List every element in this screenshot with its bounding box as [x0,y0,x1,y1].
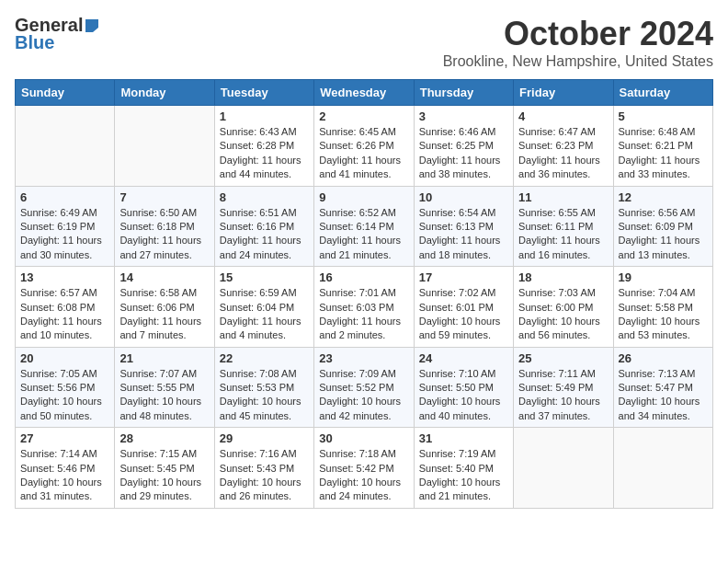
calendar-cell: 25Sunrise: 7:11 AMSunset: 5:49 PMDayligh… [514,347,613,428]
day-info: Sunrise: 6:52 AMSunset: 6:14 PMDaylight:… [319,206,408,263]
location-title: Brookline, New Hampshire, United States [443,53,713,70]
day-info: Sunrise: 7:15 AMSunset: 5:45 PMDaylight:… [119,447,209,504]
day-number: 16 [319,270,408,284]
day-info: Sunrise: 6:58 AMSunset: 6:06 PMDaylight:… [119,286,209,343]
calendar-cell: 4Sunrise: 6:47 AMSunset: 6:23 PMDaylight… [514,106,613,187]
day-number: 11 [518,190,608,204]
calendar-cell: 8Sunrise: 6:51 AMSunset: 6:16 PMDaylight… [214,186,313,267]
day-number: 7 [119,190,209,204]
logo-icon [84,17,100,34]
calendar-week-row: 13Sunrise: 6:57 AMSunset: 6:08 PMDayligh… [16,267,713,348]
calendar-week-row: 6Sunrise: 6:49 AMSunset: 6:19 PMDaylight… [16,186,713,267]
calendar-header-row: SundayMondayTuesdayWednesdayThursdayFrid… [16,80,713,106]
day-info: Sunrise: 7:04 AMSunset: 5:58 PMDaylight:… [619,286,708,343]
calendar-cell [514,428,613,509]
day-number: 31 [419,431,508,445]
page-header: General Blue October 2024 Brookline, New… [15,15,713,70]
calendar-cell: 15Sunrise: 6:59 AMSunset: 6:04 PMDayligh… [214,267,313,348]
calendar-cell: 12Sunrise: 6:56 AMSunset: 6:09 PMDayligh… [613,186,712,267]
calendar-cell: 24Sunrise: 7:10 AMSunset: 5:50 PMDayligh… [414,347,513,428]
day-number: 23 [319,351,408,365]
calendar-cell: 21Sunrise: 7:07 AMSunset: 5:55 PMDayligh… [115,347,214,428]
day-number: 9 [319,190,408,204]
calendar-week-row: 1Sunrise: 6:43 AMSunset: 6:28 PMDaylight… [16,106,713,187]
calendar-cell: 19Sunrise: 7:04 AMSunset: 5:58 PMDayligh… [613,267,712,348]
day-info: Sunrise: 7:16 AMSunset: 5:43 PMDaylight:… [220,447,309,504]
calendar-cell: 29Sunrise: 7:16 AMSunset: 5:43 PMDayligh… [214,428,313,509]
day-number: 28 [119,431,209,445]
day-number: 29 [220,431,309,445]
calendar-cell: 10Sunrise: 6:54 AMSunset: 6:13 PMDayligh… [414,186,513,267]
logo-blue: Blue [15,32,54,53]
day-info: Sunrise: 7:13 AMSunset: 5:47 PMDaylight:… [619,367,708,424]
day-number: 15 [220,270,309,284]
day-info: Sunrise: 7:14 AMSunset: 5:46 PMDaylight:… [20,447,109,504]
weekday-header: Friday [514,80,613,106]
day-number: 21 [119,351,209,365]
calendar-cell: 27Sunrise: 7:14 AMSunset: 5:46 PMDayligh… [16,428,115,509]
day-info: Sunrise: 7:02 AMSunset: 6:01 PMDaylight:… [419,286,508,343]
day-info: Sunrise: 6:54 AMSunset: 6:13 PMDaylight:… [419,206,508,263]
calendar-cell: 13Sunrise: 6:57 AMSunset: 6:08 PMDayligh… [16,267,115,348]
day-number: 19 [619,270,708,284]
day-number: 2 [319,109,408,123]
day-info: Sunrise: 7:18 AMSunset: 5:42 PMDaylight:… [319,447,408,504]
day-number: 22 [220,351,309,365]
day-info: Sunrise: 7:07 AMSunset: 5:55 PMDaylight:… [119,367,209,424]
day-info: Sunrise: 6:43 AMSunset: 6:28 PMDaylight:… [220,125,309,182]
calendar-table: SundayMondayTuesdayWednesdayThursdayFrid… [15,79,713,509]
day-number: 6 [20,190,109,204]
calendar-cell: 31Sunrise: 7:19 AMSunset: 5:40 PMDayligh… [414,428,513,509]
svg-marker-0 [85,19,98,32]
calendar-cell: 28Sunrise: 7:15 AMSunset: 5:45 PMDayligh… [115,428,214,509]
calendar-cell: 20Sunrise: 7:05 AMSunset: 5:56 PMDayligh… [16,347,115,428]
day-info: Sunrise: 7:19 AMSunset: 5:40 PMDaylight:… [419,447,508,504]
day-info: Sunrise: 6:56 AMSunset: 6:09 PMDaylight:… [619,206,708,263]
day-number: 17 [419,270,508,284]
day-info: Sunrise: 6:57 AMSunset: 6:08 PMDaylight:… [20,286,109,343]
day-number: 14 [119,270,209,284]
weekday-header: Thursday [414,80,513,106]
day-info: Sunrise: 7:01 AMSunset: 6:03 PMDaylight:… [319,286,408,343]
calendar-week-row: 20Sunrise: 7:05 AMSunset: 5:56 PMDayligh… [16,347,713,428]
calendar-cell: 30Sunrise: 7:18 AMSunset: 5:42 PMDayligh… [314,428,414,509]
calendar-cell: 26Sunrise: 7:13 AMSunset: 5:47 PMDayligh… [613,347,712,428]
day-number: 10 [419,190,508,204]
day-info: Sunrise: 7:11 AMSunset: 5:49 PMDaylight:… [518,367,608,424]
weekday-header: Tuesday [214,80,313,106]
weekday-header: Sunday [16,80,115,106]
calendar-cell: 18Sunrise: 7:03 AMSunset: 6:00 PMDayligh… [514,267,613,348]
day-number: 26 [619,351,708,365]
day-number: 27 [20,431,109,445]
calendar-cell: 22Sunrise: 7:08 AMSunset: 5:53 PMDayligh… [214,347,313,428]
day-number: 5 [619,109,708,123]
weekday-header: Monday [115,80,214,106]
day-number: 4 [518,109,608,123]
weekday-header: Wednesday [314,80,414,106]
day-info: Sunrise: 7:10 AMSunset: 5:50 PMDaylight:… [419,367,508,424]
day-info: Sunrise: 6:51 AMSunset: 6:16 PMDaylight:… [220,206,309,263]
calendar-cell: 5Sunrise: 6:48 AMSunset: 6:21 PMDaylight… [613,106,712,187]
day-info: Sunrise: 6:49 AMSunset: 6:19 PMDaylight:… [20,206,109,263]
day-info: Sunrise: 7:08 AMSunset: 5:53 PMDaylight:… [220,367,309,424]
day-number: 13 [20,270,109,284]
day-info: Sunrise: 6:55 AMSunset: 6:11 PMDaylight:… [518,206,608,263]
calendar-cell [613,428,712,509]
calendar-cell: 2Sunrise: 6:45 AMSunset: 6:26 PMDaylight… [314,106,414,187]
calendar-cell [115,106,214,187]
day-number: 18 [518,270,608,284]
day-number: 12 [619,190,708,204]
calendar-cell: 6Sunrise: 6:49 AMSunset: 6:19 PMDaylight… [16,186,115,267]
calendar-cell: 16Sunrise: 7:01 AMSunset: 6:03 PMDayligh… [314,267,414,348]
day-info: Sunrise: 7:03 AMSunset: 6:00 PMDaylight:… [518,286,608,343]
day-info: Sunrise: 7:09 AMSunset: 5:52 PMDaylight:… [319,367,408,424]
calendar-cell: 17Sunrise: 7:02 AMSunset: 6:01 PMDayligh… [414,267,513,348]
calendar-week-row: 27Sunrise: 7:14 AMSunset: 5:46 PMDayligh… [16,428,713,509]
calendar-cell: 1Sunrise: 6:43 AMSunset: 6:28 PMDaylight… [214,106,313,187]
day-number: 3 [419,109,508,123]
day-number: 8 [220,190,309,204]
logo: General Blue [15,15,101,53]
calendar-cell: 3Sunrise: 6:46 AMSunset: 6:25 PMDaylight… [414,106,513,187]
day-number: 24 [419,351,508,365]
calendar-cell: 9Sunrise: 6:52 AMSunset: 6:14 PMDaylight… [314,186,414,267]
